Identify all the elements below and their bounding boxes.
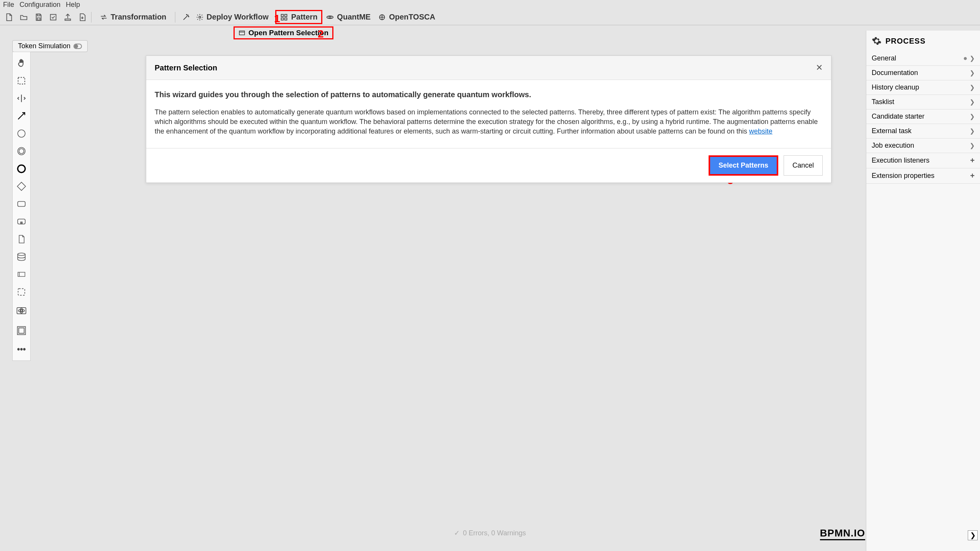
connect-tool[interactable] — [14, 108, 29, 124]
open-pattern-icon — [238, 29, 245, 36]
expand-icon[interactable]: ❯ — [968, 530, 978, 540]
space-tool[interactable] — [14, 91, 29, 106]
chevron-right-icon: ❯ — [970, 69, 975, 77]
chevron-right-icon: ❯ — [970, 98, 975, 106]
quantum-task-tool[interactable] — [14, 302, 29, 320]
svg-point-30 — [21, 310, 23, 312]
modal-title: Pattern Selection — [155, 64, 217, 72]
chevron-right-icon: ❯ — [970, 127, 975, 135]
panel-row-external[interactable]: External task ❯ — [866, 124, 980, 139]
opentosca-button[interactable]: OpenTOSCA — [374, 11, 439, 23]
pattern-tool[interactable] — [14, 322, 29, 339]
panel-row-execution-listeners[interactable]: Execution listeners + — [866, 153, 980, 168]
panel-row-documentation[interactable]: Documentation ❯ — [866, 66, 980, 80]
token-simulation-chip[interactable]: Token Simulation — [12, 40, 88, 52]
transformation-button[interactable]: Transformation — [96, 11, 170, 23]
chevron-right-icon: ❯ — [970, 55, 975, 62]
chevron-right-icon: ❯ — [970, 113, 975, 120]
svg-rect-9 — [285, 14, 287, 16]
svg-rect-11 — [285, 18, 287, 20]
hand-tool[interactable] — [14, 55, 29, 71]
chevron-right-icon: ❯ — [970, 84, 975, 91]
plus-icon: + — [970, 156, 975, 165]
panel-title: PROCESS — [866, 31, 980, 51]
close-icon[interactable]: ✕ — [816, 63, 823, 73]
wand-button[interactable] — [180, 12, 192, 23]
participant-tool[interactable] — [14, 267, 29, 282]
open-pattern-label: Open Pattern Selection — [248, 29, 328, 37]
save-icon[interactable] — [34, 13, 43, 21]
select-patterns-button[interactable]: Select Patterns — [709, 155, 778, 176]
panel-row-tasklist[interactable]: Tasklist ❯ — [866, 95, 980, 109]
more-tools[interactable]: ••• — [14, 342, 29, 357]
gateway-tool[interactable] — [14, 179, 29, 194]
svg-rect-2 — [51, 14, 56, 20]
end-event-tool[interactable] — [14, 161, 29, 176]
cancel-button[interactable]: Cancel — [784, 155, 823, 176]
quantme-label: QuantME — [337, 13, 371, 21]
row-label: Candidate starter — [872, 112, 924, 121]
svg-rect-24 — [18, 219, 25, 224]
svg-point-19 — [18, 130, 25, 137]
intermediate-event-tool[interactable] — [14, 143, 29, 159]
new-file-icon[interactable] — [5, 13, 13, 21]
svg-point-22 — [18, 165, 25, 173]
status-bar[interactable]: ✓ 0 Errors, 0 Warnings — [454, 529, 526, 537]
data-object-tool[interactable] — [14, 231, 29, 247]
data-store-tool[interactable] — [14, 249, 29, 264]
row-label: Execution listeners — [872, 156, 929, 165]
panel-row-history[interactable]: History cleanup ❯ — [866, 80, 980, 95]
opentosca-icon — [378, 13, 386, 21]
upload-icon[interactable] — [64, 13, 72, 21]
download-icon[interactable] — [78, 13, 87, 21]
toolbar: Transformation Deploy Workflow Pattern Q… — [0, 9, 980, 25]
panel-row-job[interactable]: Job execution ❯ — [866, 139, 980, 153]
transformation-icon — [100, 13, 108, 21]
svg-point-6 — [186, 14, 187, 15]
pattern-button[interactable]: Pattern — [275, 10, 322, 24]
svg-rect-28 — [18, 289, 24, 295]
menu-help[interactable]: Help — [66, 1, 80, 9]
subprocess-tool[interactable] — [14, 214, 29, 229]
chevron-right-icon: ❯ — [970, 142, 975, 149]
modal-desc-text: The pattern selection enables to automat… — [155, 108, 818, 135]
palette: ••• — [12, 52, 31, 361]
svg-point-17 — [75, 45, 78, 48]
website-link[interactable]: website — [749, 127, 773, 135]
task-tool[interactable] — [14, 196, 29, 212]
panel-title-label: PROCESS — [885, 37, 926, 46]
properties-panel: PROCESS General ● ❯ Documentation ❯ Hist… — [866, 31, 980, 551]
separator — [175, 12, 175, 23]
annotation-2: 2 — [318, 28, 324, 40]
menu-configuration[interactable]: Configuration — [20, 1, 60, 9]
panel-row-extension-props[interactable]: Extension properties + — [866, 168, 980, 184]
row-label: History cleanup — [872, 83, 919, 91]
menubar: File Configuration Help — [0, 0, 980, 9]
menu-file[interactable]: File — [3, 1, 14, 9]
modal-intro: This wizard guides you through the selec… — [155, 89, 823, 100]
svg-point-7 — [199, 16, 201, 18]
row-label: Extension properties — [872, 172, 934, 180]
quantme-button[interactable]: QuantME — [322, 11, 374, 23]
row-label: Tasklist — [872, 98, 894, 106]
svg-rect-18 — [18, 77, 24, 84]
svg-point-4 — [188, 15, 188, 16]
modal-description: The pattern selection enables to automat… — [155, 108, 823, 137]
deploy-workflow-button[interactable]: Deploy Workflow — [192, 11, 273, 23]
deploy-label: Deploy Workflow — [207, 13, 269, 21]
wand-icon — [182, 13, 190, 21]
open-file-icon[interactable] — [19, 13, 28, 21]
panel-row-candidate[interactable]: Candidate starter ❯ — [866, 109, 980, 124]
lasso-tool[interactable] — [14, 73, 29, 88]
check-icon: ✓ — [454, 529, 460, 537]
modal-footer: Select Patterns Cancel — [146, 148, 831, 183]
plus-icon: + — [970, 171, 975, 180]
start-event-tool[interactable] — [14, 126, 29, 141]
pattern-label: Pattern — [291, 13, 317, 21]
edit-icon[interactable] — [49, 13, 57, 21]
panel-row-general[interactable]: General ● ❯ — [866, 51, 980, 66]
group-tool[interactable] — [14, 284, 29, 300]
bpmn-logo[interactable]: BPMN.IO — [820, 527, 865, 540]
gear-icon — [196, 13, 204, 21]
modal-body: This wizard guides you through the selec… — [146, 80, 831, 148]
